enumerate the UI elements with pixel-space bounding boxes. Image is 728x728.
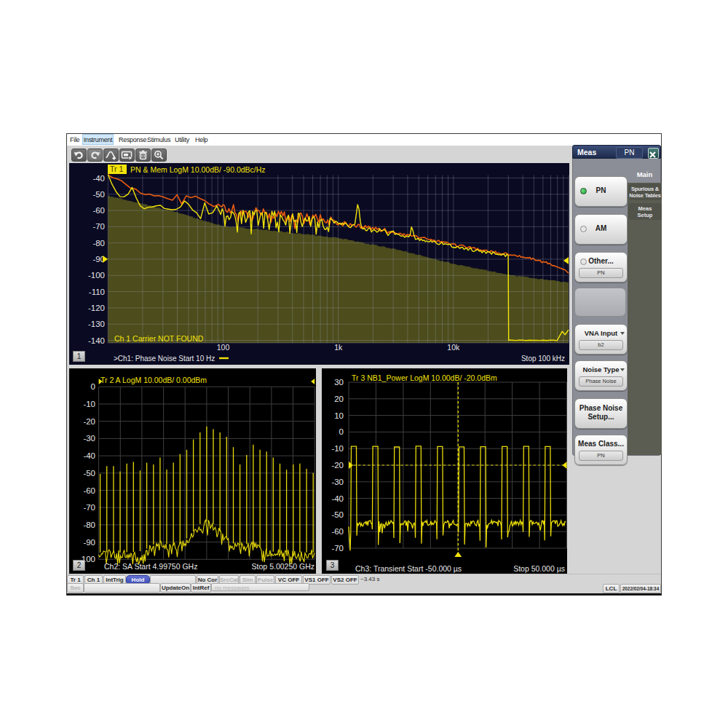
svg-text:0: 0 — [339, 427, 344, 436]
svg-text:-40: -40 — [92, 174, 105, 183]
svg-text:-10: -10 — [331, 444, 344, 453]
svg-text:30: 30 — [334, 378, 344, 387]
svg-text:-40: -40 — [331, 494, 344, 503]
svg-text:-70: -70 — [92, 222, 105, 231]
svg-text:-50: -50 — [331, 510, 344, 519]
svg-text:Tr 3 NB1_Power LogM 10.00dB/: Tr 3 NB1_Power LogM 10.00dB/ -20.0dBm — [352, 373, 497, 382]
svg-text:100: 100 — [217, 343, 230, 352]
svg-text:-80: -80 — [83, 521, 95, 529]
svg-text:>Ch1: Phase Noise Start 10: >Ch1: Phase Noise Start 10 Hz — [114, 355, 215, 363]
svg-text:-130: -130 — [88, 320, 105, 328]
svg-text:-90: -90 — [83, 538, 95, 547]
svg-text:Ch 1 Carrier NOT FOUND: Ch 1 Carrier NOT FOUND — [114, 334, 204, 343]
svg-text:Tr 1: Tr 1 — [110, 165, 123, 173]
svg-text:-60: -60 — [92, 206, 105, 215]
svg-text:-110: -110 — [89, 288, 105, 296]
svg-text:-20: -20 — [331, 461, 344, 470]
svg-text:Stop 50.000 µs: Stop 50.000 µs — [513, 564, 565, 573]
svg-text:Ch2: SA Start 4.99750 GHz: Ch2: SA Start 4.99750 GHz — [104, 562, 197, 571]
svg-text:0: 0 — [91, 382, 95, 391]
svg-text:-30: -30 — [83, 434, 95, 443]
svg-text:-70: -70 — [83, 503, 95, 512]
svg-text:-80: -80 — [92, 239, 105, 248]
svg-text:20: 20 — [334, 395, 344, 403]
svg-text:-100: -100 — [88, 271, 105, 280]
svg-text:-50: -50 — [83, 469, 95, 478]
svg-text:1k: 1k — [334, 343, 343, 352]
svg-text:-30: -30 — [331, 478, 344, 486]
svg-text:-140: -140 — [88, 336, 105, 345]
svg-text:-70: -70 — [331, 544, 344, 553]
svg-text:Stop 5.00250 GHz: Stop 5.00250 GHz — [252, 562, 314, 571]
svg-text:10: 10 — [334, 411, 344, 420]
svg-text:-60: -60 — [83, 486, 95, 495]
svg-text:10k: 10k — [447, 343, 460, 352]
svg-text:PN & Mem LogM 10.00dB/ -90.0d: PN & Mem LogM 10.00dB/ -90.0dBc/Hz — [130, 165, 266, 174]
svg-text:Ch3: Transient Start -50.00: Ch3: Transient Start -50.000 µs — [355, 564, 462, 573]
svg-text:Tr 2 A LogM 10.00dB/ 0.00dB: Tr 2 A LogM 10.00dB/ 0.00dBm — [100, 376, 207, 384]
svg-text:Stop 100 kHz: Stop 100 kHz — [521, 355, 565, 363]
svg-text:-20: -20 — [83, 417, 95, 426]
svg-text:-50: -50 — [92, 190, 105, 199]
svg-text:-40: -40 — [83, 451, 95, 460]
svg-text:-120: -120 — [88, 304, 105, 312]
svg-text:-10: -10 — [83, 400, 95, 408]
svg-text:-60: -60 — [331, 527, 344, 536]
